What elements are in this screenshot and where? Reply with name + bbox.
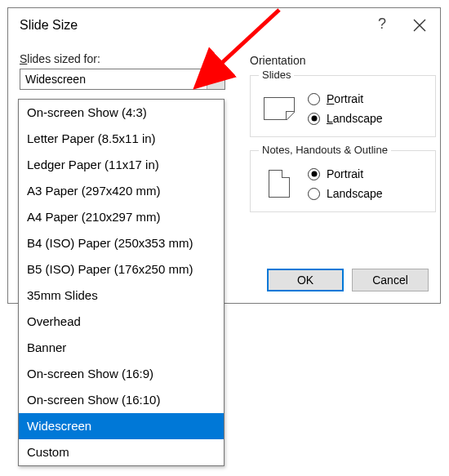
dropdown-item[interactable]: A4 Paper (210x297 mm) [19,204,224,230]
dropdown-item[interactable]: Custom [19,439,224,465]
radio-icon [308,93,320,105]
dropdown-item[interactable]: B5 (ISO) Paper (176x250 mm) [19,256,224,282]
note-page-icon [269,170,290,198]
close-icon[interactable] [412,18,427,33]
dropdown-item[interactable]: Letter Paper (8.5x11 in) [19,126,224,152]
dialog-title: Slide Size [20,18,78,33]
notes-orientation-group: Notes, Handouts & Outline Portrait Lands… [250,150,436,212]
combo-selected-text: Widescreen [25,73,86,86]
dropdown-item[interactable]: Ledger Paper (11x17 in) [19,152,224,178]
slides-sized-for-combo[interactable]: Widescreen [20,69,225,90]
slides-legend: Slides [259,69,294,81]
help-icon[interactable] [375,18,389,33]
cancel-button[interactable]: Cancel [352,269,429,291]
orientation-section: Orientation Slides Portrait Landscape [250,54,436,225]
chevron-down-icon [212,77,220,82]
radio-icon [308,168,320,180]
dropdown-item[interactable]: On-screen Show (16:10) [19,387,224,413]
slides-portrait-radio[interactable]: Portrait [308,92,383,105]
window-controls [375,18,430,33]
ok-button[interactable]: OK [267,269,344,291]
dropdown-item[interactable]: A3 Paper (297x420 mm) [19,178,224,204]
orientation-label: Orientation [250,54,436,67]
dropdown-item[interactable]: Overhead [19,309,224,335]
dropdown-item[interactable]: Banner [19,335,224,361]
titlebar: Slide Size [8,8,440,42]
radio-icon [308,188,320,200]
dropdown-item[interactable]: On-screen Show (16:9) [19,361,224,387]
slides-landscape-radio[interactable]: Landscape [308,112,383,125]
dropdown-item[interactable]: Widescreen [19,413,224,439]
notes-legend: Notes, Handouts & Outline [259,144,391,156]
notes-landscape-radio[interactable]: Landscape [308,187,383,200]
dropdown-item[interactable]: 35mm Slides [19,282,224,309]
notes-portrait-radio[interactable]: Portrait [308,167,383,180]
dropdown-item[interactable]: On-screen Show (4:3) [19,100,224,126]
radio-icon [308,113,320,125]
dropdown-item[interactable]: B4 (ISO) Paper (250x353 mm) [19,230,224,256]
slides-orientation-group: Slides Portrait Landscape [250,75,436,137]
dialog-buttons: OK Cancel [267,269,429,291]
combo-dropdown-button[interactable] [207,69,224,89]
slides-sized-for-dropdown[interactable]: On-screen Show (4:3)Letter Paper (8.5x11… [18,99,224,466]
slide-thumb-icon [264,97,295,120]
